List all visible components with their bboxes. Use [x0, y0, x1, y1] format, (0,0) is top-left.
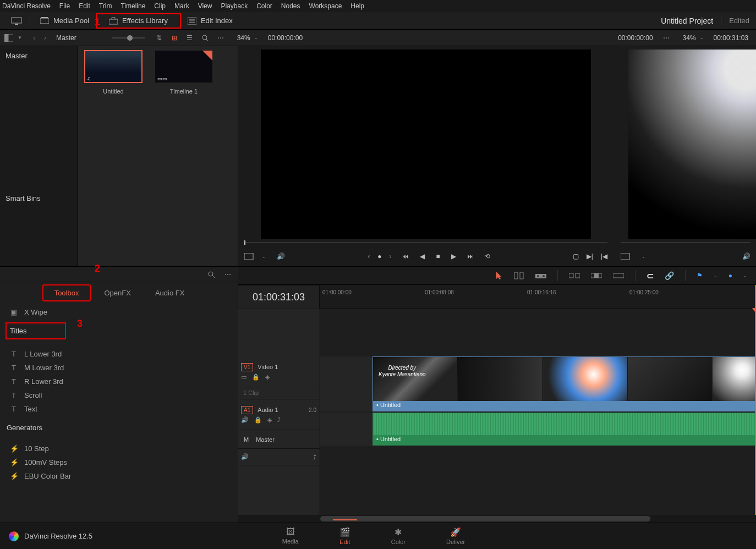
tab-openfx[interactable]: OpenFX: [93, 286, 141, 300]
grid-view-icon[interactable]: ⊞: [169, 32, 180, 43]
pointer-tool-icon[interactable]: [496, 271, 502, 280]
source-video[interactable]: [261, 50, 591, 239]
chevron-down-icon[interactable]: ⌄: [714, 273, 717, 278]
blade-tool-icon[interactable]: [535, 272, 546, 279]
fx-item[interactable]: ▣X Wipe: [6, 305, 232, 319]
app-name[interactable]: DaVinci Resolve: [2, 2, 51, 10]
overwrite-icon[interactable]: [591, 272, 602, 279]
play-back-icon[interactable]: ◀: [420, 252, 425, 260]
stop-icon[interactable]: ■: [436, 252, 440, 260]
track-head-master[interactable]: MMaster: [238, 430, 320, 449]
marker-icon[interactable]: ●: [728, 272, 732, 279]
fx-item[interactable]: ⚡EBU Color Bar: [6, 469, 232, 483]
layout-icon[interactable]: [4, 34, 13, 42]
fx-item[interactable]: ⚡100mV Steps: [6, 455, 232, 469]
menu-playback[interactable]: Playback: [221, 2, 248, 10]
page-color[interactable]: ✱Color: [385, 525, 412, 547]
fx-item[interactable]: TR Lower 3rd: [6, 375, 232, 388]
fx-item[interactable]: ⚡10 Step: [6, 442, 232, 455]
rec-zoom[interactable]: 34%⌄: [681, 34, 706, 42]
smart-bins[interactable]: Smart Bins: [6, 194, 72, 202]
jog-fwd-icon[interactable]: ›: [389, 252, 391, 260]
tab-audiofx[interactable]: Audio FX: [144, 286, 195, 300]
timeline-hscroll[interactable]: [238, 515, 756, 523]
play-icon[interactable]: ▶: [451, 252, 456, 260]
chevron-down-icon[interactable]: ⌄: [262, 254, 266, 259]
track-head-master-sub[interactable]: 🔊 ⤴: [238, 449, 320, 465]
lock-icon[interactable]: ▭: [241, 374, 246, 381]
breadcrumb[interactable]: Master: [53, 34, 76, 42]
next-edit-icon[interactable]: ▶|: [587, 252, 593, 260]
menu-file[interactable]: File: [59, 2, 70, 10]
jog-back-icon[interactable]: ‹: [368, 252, 370, 260]
fx-item[interactable]: TScroll: [6, 388, 232, 402]
first-frame-icon[interactable]: ⏮: [402, 252, 409, 260]
fx-item[interactable]: TL Lower 3rd: [6, 347, 232, 361]
menu-nodes[interactable]: Nodes: [281, 2, 300, 10]
sort-icon[interactable]: ⇅: [154, 32, 165, 43]
mute-icon[interactable]: 🔊: [241, 416, 249, 424]
track-head-v1[interactable]: V1Video 1 ▭🔒◈: [238, 356, 320, 387]
menu-help[interactable]: Help: [350, 2, 364, 10]
match-frame-icon[interactable]: ▢: [573, 252, 579, 260]
fx-item[interactable]: TText: [6, 402, 232, 416]
jog-dot-icon[interactable]: ●: [377, 252, 381, 260]
nav-back[interactable]: ‹: [31, 34, 37, 42]
chevron-down-icon[interactable]: ⌄: [743, 273, 747, 278]
search-icon[interactable]: [206, 269, 217, 280]
link-icon[interactable]: 🔒: [252, 374, 260, 381]
menu-color[interactable]: Color: [256, 2, 272, 10]
media-pool-button[interactable]: Media Pool: [34, 13, 96, 29]
speaker-icon[interactable]: 🔊: [277, 252, 285, 260]
chevron-down-icon[interactable]: ▼: [18, 35, 22, 40]
audio-clip[interactable]: • Untitled: [372, 413, 756, 446]
prev-edit-icon[interactable]: |◀: [601, 252, 607, 260]
bin-master[interactable]: Master: [6, 50, 72, 62]
page-edit[interactable]: 🎬Edit: [333, 525, 357, 547]
lock-icon[interactable]: 🔒: [254, 416, 262, 424]
audio-track[interactable]: • Untitled: [320, 413, 756, 446]
layout-button[interactable]: [7, 13, 26, 29]
auto-icon[interactable]: ◈: [265, 374, 270, 381]
clip-item[interactable]: ▭▭ Timeline 1: [155, 51, 212, 95]
chevron-down-icon[interactable]: ⌄: [642, 254, 645, 259]
menu-clip[interactable]: Clip: [154, 2, 166, 10]
more-icon[interactable]: ⋯: [661, 32, 672, 43]
record-scrubber[interactable]: [621, 242, 750, 243]
more-icon[interactable]: ⋯: [215, 32, 226, 43]
clip-item[interactable]: ♫ Untitled: [85, 51, 142, 95]
search-icon[interactable]: [200, 32, 211, 43]
category-titles[interactable]: Titles: [6, 322, 66, 339]
tab-toolbox[interactable]: Toolbox: [42, 284, 91, 301]
clip-thumb[interactable]: ▭▭: [155, 51, 212, 83]
edit-index-button[interactable]: Edit Index: [181, 13, 239, 29]
timeline-ruler[interactable]: 01:00:00:00 01:00:08:08 01:00:16:16 01:0…: [320, 285, 756, 309]
timeline-body[interactable]: 01:00:00:00 01:00:08:08 01:00:16:16 01:0…: [320, 285, 756, 523]
menu-mark[interactable]: Mark: [174, 2, 189, 10]
mute-icon[interactable]: 🔊: [241, 453, 249, 460]
auto-icon[interactable]: ◈: [267, 416, 272, 424]
replace-icon[interactable]: [613, 272, 624, 279]
list-view-icon[interactable]: ☰: [184, 32, 195, 43]
menu-edit[interactable]: Edit: [79, 2, 90, 10]
source-scrubber[interactable]: [244, 242, 607, 243]
track-head-a1[interactable]: A1Audio 12.0 🔊🔒◈⤴: [238, 399, 320, 430]
more-icon[interactable]: ⋯: [222, 269, 233, 280]
src-zoom[interactable]: 34%⌄: [235, 34, 260, 42]
fx-item[interactable]: TM Lower 3rd: [6, 361, 232, 375]
insert-icon[interactable]: [569, 272, 580, 279]
video-track[interactable]: Directed byKyante Masantiano • Untitled: [320, 356, 756, 411]
curve-icon[interactable]: ⤴: [277, 416, 281, 423]
flag-icon[interactable]: ⚑: [697, 272, 703, 279]
thumb-size-slider[interactable]: [112, 37, 145, 39]
page-deliver[interactable]: 🚀Deliver: [440, 525, 472, 547]
display-mode-icon[interactable]: [621, 253, 631, 260]
category-generators[interactable]: Generators: [6, 419, 232, 436]
menu-trim[interactable]: Trim: [99, 2, 112, 10]
page-media[interactable]: 🖼Media: [276, 525, 305, 547]
speaker-icon[interactable]: 🔊: [742, 252, 750, 260]
clip-thumb[interactable]: ♫: [85, 51, 142, 83]
menu-timeline[interactable]: Timeline: [120, 2, 145, 10]
effects-library-button[interactable]: Effects Library: [96, 13, 181, 29]
video-clip[interactable]: Directed byKyante Masantiano • Untitled: [372, 356, 756, 411]
